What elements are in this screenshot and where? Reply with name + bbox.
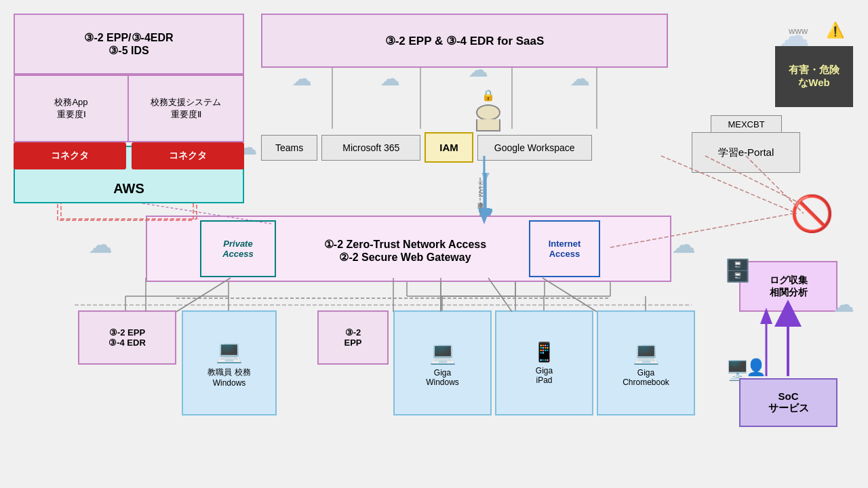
app-left-line2: 重要度Ⅰ [57,108,86,121]
cloud-icon-1: ☁ [292,66,312,90]
soc-person-icon: 👤 [746,358,766,377]
internet-access-line2: Access [549,249,580,259]
device-teacher-box: 💻 教職員 校務 Windows [182,310,277,415]
tablet-icon: 📱 [532,341,556,363]
laptop-icon-teacher: 💻 [216,338,243,364]
soc-box: SoC サービス [739,378,837,427]
iam-box: IAM [425,132,473,163]
cloud-icon-3: ☁ [468,58,488,81]
iam-arrow [479,173,492,220]
epp-bottom2-line2: EPP [344,338,361,348]
saas-header-label: ③-2 EPP & ③-4 EDR for SaaS [385,34,545,48]
laptop-icon-giga-chrome: 💻 [633,340,660,365]
epp-bottom2-box: ③-2 EPP [317,310,389,365]
device1-label1: 教職員 校務 [208,367,250,378]
connector1-button: コネクタ [14,142,126,169]
device-connect-line [75,298,692,312]
zero-trust-label: ①-2 Zero-Trust Network Access ②-2 Secure… [281,222,529,279]
log-collection-box: ログ収集 相関分析 [739,261,837,312]
no-entry-sign: 🚫 [790,193,834,235]
connector2-button: コネクタ [132,142,244,169]
device2-label2: Windows [426,378,459,387]
cloud-icon-6: ☁ [88,230,113,259]
device1-label2: Windows [213,378,246,388]
device3-label2: iPad [536,375,552,385]
cloud-icon-log: ☁ [833,291,854,317]
app-left-line1: 校務App [54,96,87,108]
internet-access-box: Internet Access [529,220,600,277]
teams-box: Teams [261,135,317,161]
log-line1: ログ収集 [770,274,808,287]
app-boxes-container: 校務App 重要度Ⅰ 校務支援システム 重要度Ⅱ [14,75,244,142]
soc-line1: SoC [778,390,799,402]
soc-line2: サービス [768,402,809,415]
epp-bottom2-line1: ③-2 [345,327,361,338]
lock-icon: 🔒 [481,89,495,102]
zero-trust-line1: ①-2 Zero-Trust Network Access [324,238,486,251]
mexcbt-box: MEXCBT [711,115,782,133]
cloud-icon-4: ☁ [570,66,590,90]
laptop-icon-giga-win: 💻 [429,340,456,365]
saas-services-row: Teams Microsoft 365 IAM Google Workspace [261,132,678,163]
app-right-line2: 重要度Ⅱ [171,108,201,121]
epp-edr-bottom-line2: ③-4 EDR [108,338,146,348]
app-left-box: 校務App 重要度Ⅰ [15,76,129,141]
epp-edr-ids-box: ③-2 EPP/③-4EDR ③-5 IDS [14,14,244,75]
private-access-label-line1: Private [223,239,252,249]
internet-access-line1: Internet [549,239,581,249]
device2-label1: Giga [434,368,451,378]
www-label: www [789,26,808,36]
cloud-icon-5: ☁ [671,230,696,259]
db-cylinder-body [476,119,500,131]
db-cylinder-top [476,104,500,121]
saas-header-box: ③-2 EPP & ③-4 EDR for SaaS [261,14,668,68]
app-right-box: 校務支援システム 重要度Ⅱ [129,76,243,141]
connector-row: コネクタ コネクタ [14,142,244,169]
device-giga-windows-box: 💻 Giga Windows [393,310,492,415]
epp-edr-bottom-line1: ③-2 EPP [109,327,145,338]
app-right-line1: 校務支援システム [151,96,221,108]
ms365-box: Microsoft 365 [321,135,420,161]
www-line1: 有害・危険 [789,64,840,77]
log-line2: 相関分析 [770,287,808,299]
cloud-icon-2: ☁ [380,66,400,90]
device-giga-chromebook-box: 💻 Giga Chromebook [597,310,695,415]
device3-label1: Giga [536,366,553,375]
epp-edr-label: ③-2 EPP/③-4EDR [84,31,173,44]
device4-label2: Chromebook [623,378,669,387]
iam-db-icon: 🔒 [471,88,505,132]
device4-label1: Giga [637,368,654,378]
device-giga-ipad-box: 📱 Giga iPad [495,310,593,415]
log-db-icon: 🗄️ [724,258,751,283]
google-workspace-box: Google Workspace [477,135,592,161]
diagram: ③-2 EPP/③-4EDR ③-5 IDS 校務App 重要度Ⅰ 校務支援シス… [0,0,868,488]
private-access-label-line2: Access [222,249,254,259]
www-line2: なWeb [798,77,829,89]
zero-trust-line2: ②-2 Secure Web Gateway [339,251,471,264]
epp-edr-bottom-box: ③-2 EPP ③-4 EDR [78,310,176,365]
www-danger-box: 有害・危険 なWeb [775,46,853,107]
eportal-box: 学習e-Portal [692,132,800,173]
aws-label: AWS [113,181,144,197]
warning-icon: ⚠️ [826,22,844,39]
private-access-box: Private Access [200,220,276,277]
ids-label: ③-5 IDS [108,44,149,57]
